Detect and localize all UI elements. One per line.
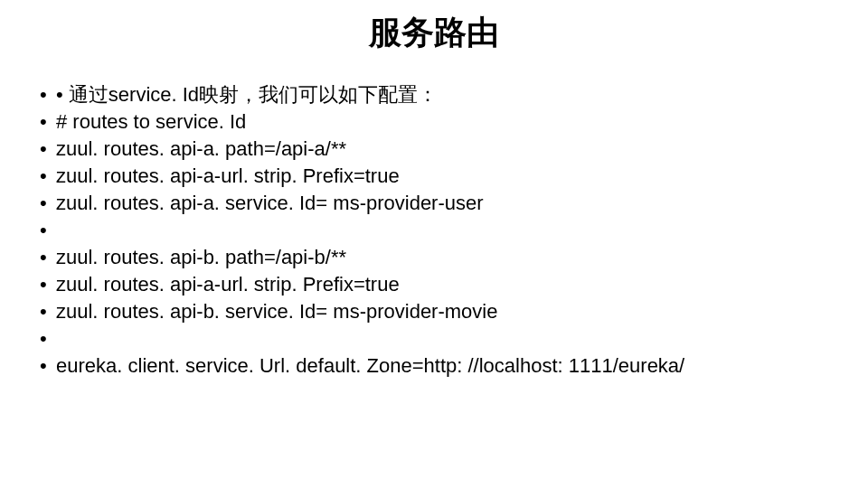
list-item-text: zuul. routes. api-b. service. Id= ms-pro… (56, 300, 497, 323)
list-item (34, 217, 834, 244)
list-item-text: zuul. routes. api-b. path=/api-b/** (56, 246, 346, 268)
list-item-text: zuul. routes. api-a. service. Id= ms-pro… (56, 192, 484, 214)
list-item: • 通过service. Id映射，我们可以如下配置： (34, 81, 834, 108)
list-item-text: zuul. routes. api-a-url. strip. Prefix=t… (56, 164, 400, 187)
bullet-list: • 通过service. Id映射，我们可以如下配置： # routes to … (34, 81, 834, 380)
list-item: zuul. routes. api-b. path=/api-b/** (34, 244, 834, 271)
list-item (34, 325, 834, 352)
list-item: zuul. routes. api-a-url. strip. Prefix=t… (34, 271, 834, 298)
slide-title: 服务路由 (0, 11, 868, 55)
list-item-text: # routes to service. Id (56, 110, 246, 133)
list-item-text: zuul. routes. api-a. path=/api-a/** (56, 137, 346, 160)
slide: 服务路由 • 通过service. Id映射，我们可以如下配置： # route… (0, 0, 868, 488)
list-item: # routes to service. Id (34, 108, 834, 136)
list-item-text: eureka. client. service. Url. default. Z… (56, 354, 684, 377)
list-item: eureka. client. service. Url. default. Z… (34, 352, 834, 380)
list-item-text: zuul. routes. api-a-url. strip. Prefix=t… (56, 273, 400, 296)
list-item: zuul. routes. api-a. path=/api-a/** (34, 136, 834, 163)
list-item: zuul. routes. api-a-url. strip. Prefix=t… (34, 163, 834, 190)
slide-body: • 通过service. Id映射，我们可以如下配置： # routes to … (34, 81, 834, 380)
list-item-text: • 通过service. Id映射，我们可以如下配置： (56, 83, 438, 106)
list-item: zuul. routes. api-a. service. Id= ms-pro… (34, 190, 834, 217)
list-item: zuul. routes. api-b. service. Id= ms-pro… (34, 298, 834, 325)
